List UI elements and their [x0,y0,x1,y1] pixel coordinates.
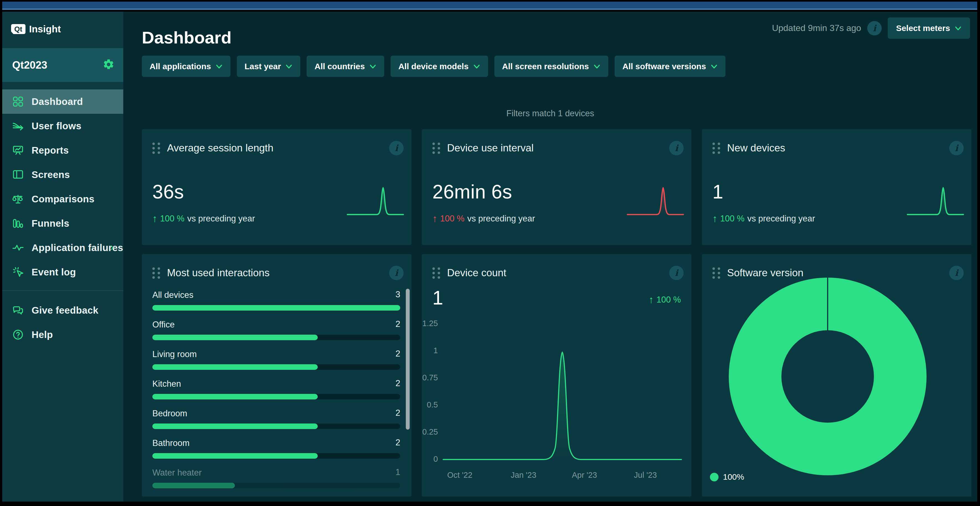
info-icon[interactable]: i [949,141,964,155]
card-average-session-length: Average session length i 36s ↑ 100 % vs … [142,129,411,245]
app-window: Qt Insight Qt2023 Dashboard User flows [2,12,977,501]
filter-software-versions[interactable]: All software versions [615,56,725,77]
drag-handle-icon[interactable] [433,143,441,154]
delta-text: vs preceding year [467,214,535,224]
main-content: Dashboard Updated 9min 37s ago i Select … [123,12,977,501]
delta-value: 100 % [720,214,745,224]
updated-timestamp: Updated 9min 37s ago [772,23,861,33]
filter-device-models[interactable]: All device models [391,56,488,77]
filter-label: All software versions [622,62,706,71]
sidebar-item-label: Event log [32,266,76,278]
header-actions: Updated 9min 37s ago i Select meters [772,17,970,39]
sidebar-item-label: Screens [32,169,70,180]
list-item: Bedroom 2 [152,406,400,435]
delta-text: vs preceding year [187,214,255,224]
delta-value: 100 % [440,214,465,224]
sidebar-item-give-feedback[interactable]: Give feedback [2,298,123,322]
interactions-list: All devices 3 Office 2 Living room 2 [152,287,400,496]
list-item: All devices 3 [152,287,400,317]
info-icon[interactable]: i [389,266,404,280]
software-version-donut-chart [725,274,930,479]
x-axis-tick: Apr '23 [572,471,597,480]
card-device-count: Device count i 1 ↑ 100 % 1.25 1 0.75 0.5… [422,254,691,496]
sidebar-divider [2,290,123,291]
sidebar-item-comparisons[interactable]: Comparisons [2,187,123,211]
bar-fill [152,424,318,429]
item-value: 1 [396,467,400,477]
select-meters-button[interactable]: Select meters [888,17,970,39]
item-label: Water heater [152,468,202,478]
list-item: Bathroom 2 [152,435,400,465]
drag-handle-icon[interactable] [152,267,161,279]
cursor-spark-icon [12,266,24,278]
card-software-version: Software version i 100% [702,254,971,496]
app-logo-label: Insight [29,24,61,35]
drag-handle-icon[interactable] [713,143,721,154]
sidebar-item-application-failures[interactable]: Application failures [2,236,123,260]
item-value: 2 [396,378,400,389]
sidebar-item-help[interactable]: Help [2,322,123,347]
grid-icon [12,95,24,108]
info-icon[interactable]: i [669,141,684,155]
info-icon[interactable]: i [389,141,404,155]
card-title: Average session length [167,142,274,154]
info-icon[interactable]: i [867,21,882,35]
card-title: Most used interactions [167,267,269,279]
item-label: Kitchen [152,379,181,389]
select-meters-label: Select meters [896,24,950,33]
item-label: Bathroom [152,438,189,448]
project-name: Qt2023 [12,59,48,71]
report-board-icon [12,144,24,157]
sidebar-item-label: Dashboard [32,96,83,107]
delta-value: 100 % [160,214,185,224]
scrollbar-thumb[interactable] [406,289,410,430]
sparkline-chart [625,184,685,220]
stat-delta: ↑ 100 % vs preceding year [433,212,535,224]
arrow-up-icon: ↑ [713,213,718,225]
bar-fill [152,364,318,370]
filter-time-range[interactable]: Last year [237,56,301,77]
item-value: 2 [396,349,400,359]
card-title: New devices [727,142,785,154]
gear-icon[interactable] [102,59,115,72]
sidebar-item-funnels[interactable]: Funnels [2,211,123,236]
filter-label: All device models [398,62,468,71]
drag-handle-icon[interactable] [713,267,721,279]
sidebar-item-event-log[interactable]: Event log [2,260,123,284]
bar-track [152,424,400,429]
card-device-use-interval: Device use interval i 26min 6s ↑ 100 % v… [422,129,691,245]
item-label: Bedroom [152,409,187,419]
stat-value: 26min 6s [433,181,512,203]
filter-countries[interactable]: All countries [307,56,384,77]
sidebar-item-dashboard[interactable]: Dashboard [2,89,123,114]
legend-label: 100% [723,472,744,482]
filter-screen-resolutions[interactable]: All screen resolutions [495,56,608,77]
x-axis-tick: Oct '22 [447,471,473,480]
arrow-up-icon: ↑ [433,213,438,225]
sidebar-item-user-flows[interactable]: User flows [2,114,123,138]
card-header: Average session length [152,140,404,156]
sparkline-chart [345,184,405,220]
window-title-bar [2,2,977,10]
filter-label: Last year [245,62,281,71]
filter-applications[interactable]: All applications [142,56,231,77]
pulse-icon [12,241,24,254]
list-item: Kitchen 2 [152,376,400,406]
flows-icon [12,120,24,132]
legend-dot-icon [710,473,719,481]
stat-delta: ↑ 100 % vs preceding year [713,212,815,224]
sidebar-item-screens[interactable]: Screens [2,162,123,187]
info-icon[interactable]: i [949,266,964,280]
filter-label: All applications [150,62,211,71]
item-value: 3 [396,290,400,300]
x-axis-tick: Jan '23 [511,471,536,480]
drag-handle-icon[interactable] [152,143,161,154]
list-item: Water heater 1 [152,465,400,495]
sidebar-item-reports[interactable]: Reports [2,138,123,162]
project-selector[interactable]: Qt2023 [2,48,123,82]
stat-value: 1 [713,181,723,203]
sidebar-item-label: Comparisons [32,194,94,205]
sidebar-item-label: User flows [32,121,81,132]
bar-fill [152,483,235,488]
list-item: Living room 2 [152,347,400,376]
